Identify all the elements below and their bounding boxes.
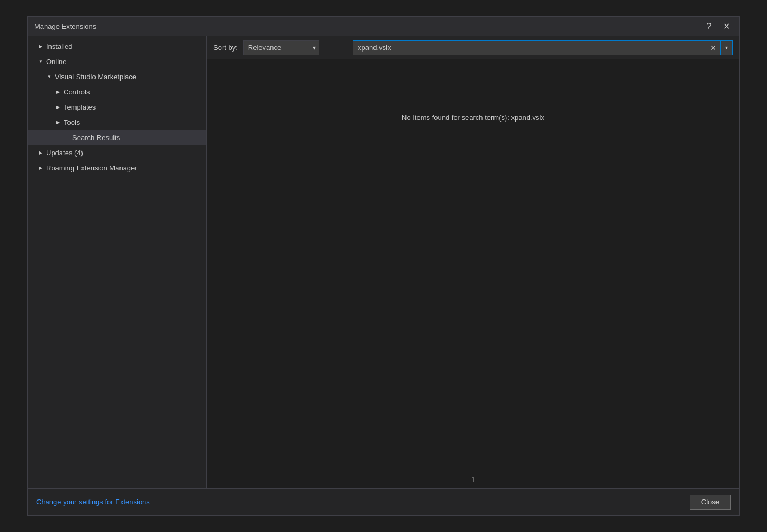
sidebar-item-label: Updates (4) [46,149,83,157]
sidebar: Installed Online Visual Studio Marketpla… [28,36,207,488]
sidebar-item-roaming[interactable]: Roaming Extension Manager [28,160,206,175]
search-input[interactable] [353,40,721,55]
chevron-right-icon [54,118,62,126]
sidebar-item-label: Search Results [72,134,120,142]
sidebar-item-label: Tools [64,118,80,126]
sidebar-item-vs-marketplace[interactable]: Visual Studio Marketplace [28,69,206,84]
main-content: Installed Online Visual Studio Marketpla… [28,36,739,488]
sidebar-item-label: Roaming Extension Manager [46,164,137,172]
dialog-title: Manage Extensions [34,22,96,30]
footer: Change your settings for Extensions Clos… [28,488,739,515]
search-dropdown-button[interactable]: ▾ [721,40,733,55]
chevron-down-icon [45,72,54,81]
search-clear-button[interactable]: ✕ [708,40,719,55]
sidebar-item-installed[interactable]: Installed [28,39,206,54]
sort-by-label: Sort by: [213,43,238,52]
chevron-none [62,133,71,142]
help-button[interactable]: ? [702,20,715,33]
pagination: 1 [207,471,739,488]
sidebar-item-label: Templates [64,103,96,111]
page-number: 1 [471,476,475,484]
search-wrapper: ✕ ▾ [353,40,733,55]
sidebar-item-tools[interactable]: Tools [28,115,206,130]
toolbar: Sort by: Relevance Name Downloads Rating… [207,36,739,59]
content-area: Sort by: Relevance Name Downloads Rating… [207,36,739,488]
sidebar-item-label: Controls [64,88,90,96]
chevron-right-icon [36,148,45,157]
sidebar-item-search-results[interactable]: Search Results [28,130,206,145]
no-items-message: No Items found for search term(s): xpand… [402,113,544,122]
manage-extensions-dialog: Manage Extensions ? ✕ Installed Online V… [27,16,740,516]
chevron-right-icon [36,163,45,172]
sidebar-item-updates[interactable]: Updates (4) [28,145,206,160]
chevron-right-icon [54,103,62,111]
dialog-close-button[interactable]: ✕ [720,20,733,33]
sidebar-item-online[interactable]: Online [28,54,206,69]
chevron-right-icon [36,42,45,50]
sidebar-item-templates[interactable]: Templates [28,99,206,115]
results-area: No Items found for search term(s): xpand… [207,59,739,471]
sidebar-item-label: Visual Studio Marketplace [55,73,136,81]
settings-link[interactable]: Change your settings for Extensions [36,498,150,506]
sidebar-item-label: Installed [46,42,72,50]
title-bar: Manage Extensions ? ✕ [28,17,739,36]
chevron-down-icon [36,57,45,66]
sort-select-wrapper: Relevance Name Downloads Rating Publishe… [243,40,319,55]
sidebar-item-label: Online [46,58,67,66]
title-bar-controls: ? ✕ [702,20,733,33]
chevron-right-icon [54,87,62,96]
close-button[interactable]: Close [690,495,731,510]
sort-select[interactable]: Relevance Name Downloads Rating Publishe… [243,40,319,55]
sidebar-item-controls[interactable]: Controls [28,84,206,99]
